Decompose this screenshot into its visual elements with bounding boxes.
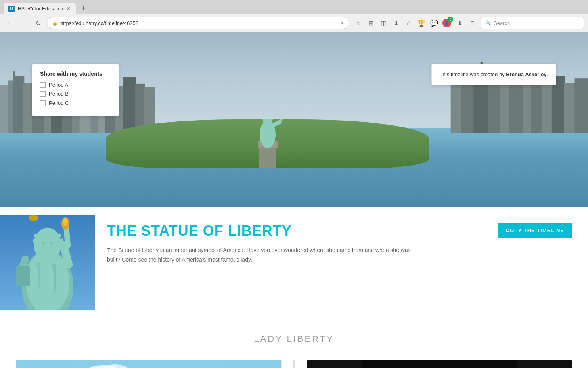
statue-silhouette xyxy=(244,119,291,168)
pocket-icon[interactable]: ◫ xyxy=(378,17,389,29)
tab-close-button[interactable]: ✕ xyxy=(66,6,71,12)
nav-icons: ☆ ⊞ ◫ ⬇ ⌂ 🏆 💬 👤 6 ⬇ ≡ xyxy=(352,17,478,29)
timeline-card-right xyxy=(307,360,573,368)
creator-text-prefix: This timeline was created by xyxy=(440,71,506,77)
nav-bar: ← → ↻ 🔒 https://edu.hstry.co/timeline/46… xyxy=(0,14,588,32)
liberty-island xyxy=(106,119,429,168)
period-b-checkbox[interactable] xyxy=(40,91,46,97)
timeline-statue-art xyxy=(71,360,226,368)
tab-title: HSTRY for Education xyxy=(18,6,63,12)
lock-icon: 🔒 xyxy=(52,20,58,26)
svg-rect-25 xyxy=(500,79,510,134)
share-option-period-c[interactable]: Period C xyxy=(40,100,111,106)
bookmark-star-icon[interactable]: ☆ xyxy=(352,17,364,29)
period-a-label: Period A xyxy=(49,82,68,88)
svg-rect-17 xyxy=(123,77,136,133)
search-bar[interactable]: 🔍 Search xyxy=(481,17,584,29)
back-button[interactable]: ← xyxy=(4,17,15,29)
new-tab-button[interactable]: + xyxy=(78,3,89,14)
svg-rect-3 xyxy=(13,71,15,78)
period-b-label: Period B xyxy=(49,91,69,97)
home-icon[interactable]: ⌂ xyxy=(403,17,414,29)
share-popup-title: Share with my students xyxy=(40,71,111,77)
creator-popup: This timeline was created by Brenda Acke… xyxy=(431,64,556,85)
timeline-right-column xyxy=(295,360,573,368)
timeline-image-statue xyxy=(16,360,281,368)
chat-icon[interactable]: 💬 xyxy=(429,17,440,29)
statue-thumbnail xyxy=(0,215,95,310)
svg-rect-2 xyxy=(13,76,24,133)
timeline-dark-art xyxy=(362,360,517,368)
trophy-icon[interactable]: 🏆 xyxy=(416,17,427,29)
search-icon: 🔍 xyxy=(485,20,491,26)
browser-chrome: H HSTRY for Education ✕ + ← → ↻ 🔒 https:… xyxy=(0,0,588,32)
active-tab[interactable]: H HSTRY for Education ✕ xyxy=(3,3,76,14)
url-text: https://edu.hstry.co/timeline/46258 xyxy=(60,20,338,26)
svg-point-65 xyxy=(29,215,38,221)
timeline-description: The Statue of Liberty is an important sy… xyxy=(107,246,416,265)
statue-closeup-art xyxy=(0,215,95,310)
download2-icon[interactable]: ⬇ xyxy=(454,17,465,29)
creator-name: Brenda Ackerley xyxy=(506,71,546,77)
creator-text-suffix: . xyxy=(546,71,548,77)
svg-rect-31 xyxy=(564,83,575,133)
svg-rect-29 xyxy=(542,81,553,133)
url-bar[interactable]: 🔒 https://edu.hstry.co/timeline/46258 ▼ xyxy=(47,17,349,29)
share-popup: Share with my students Period A Period B… xyxy=(32,64,119,116)
period-c-label: Period C xyxy=(49,100,69,106)
svg-rect-20 xyxy=(451,83,462,133)
svg-point-56 xyxy=(50,242,53,245)
svg-rect-81 xyxy=(362,360,517,368)
menu-button[interactable]: ≡ xyxy=(467,17,478,29)
tab-favicon: H xyxy=(8,6,15,12)
period-a-checkbox[interactable] xyxy=(40,82,46,88)
share-option-period-a[interactable]: Period A xyxy=(40,82,111,88)
svg-point-55 xyxy=(42,242,45,245)
timeline-section: LADY LIBERTY xyxy=(0,318,588,368)
svg-rect-0 xyxy=(0,85,9,134)
reader-mode-icon[interactable]: ⊞ xyxy=(365,17,376,29)
profile-icon[interactable]: 👤 6 xyxy=(441,17,452,29)
title-section: THE STATUE OF LIBERTY The Statue of Libe… xyxy=(0,207,588,318)
svg-rect-27 xyxy=(523,79,532,133)
svg-rect-53 xyxy=(16,266,30,286)
refresh-button[interactable]: ↻ xyxy=(33,17,44,29)
period-c-checkbox[interactable] xyxy=(40,100,46,106)
page-content: Share with my students Period A Period B… xyxy=(0,32,588,368)
search-input-placeholder: Search xyxy=(494,20,510,26)
hero-section: Share with my students Period A Period B… xyxy=(0,32,588,207)
svg-point-51 xyxy=(63,218,68,226)
url-dropdown-icon[interactable]: ▼ xyxy=(340,21,344,25)
tab-bar: H HSTRY for Education ✕ + xyxy=(0,0,588,14)
svg-rect-64 xyxy=(34,234,61,238)
timeline-content-row xyxy=(0,360,588,368)
hero-background xyxy=(0,32,588,207)
copy-timeline-button[interactable]: COPY THE TIMELINE xyxy=(498,223,573,238)
timeline-image-dark xyxy=(307,360,572,368)
section-title: LADY LIBERTY xyxy=(0,334,588,344)
creator-info: This timeline was created by Brenda Acke… xyxy=(440,71,548,79)
timeline-vertical-line xyxy=(293,360,295,368)
timeline-left-column xyxy=(16,360,293,368)
share-option-period-b[interactable]: Period B xyxy=(40,91,111,97)
download-icon[interactable]: ⬇ xyxy=(391,17,402,29)
timeline-card-left xyxy=(16,360,282,368)
notification-badge: 6 xyxy=(448,17,453,22)
forward-button[interactable]: → xyxy=(18,17,29,29)
svg-rect-32 xyxy=(574,79,588,134)
